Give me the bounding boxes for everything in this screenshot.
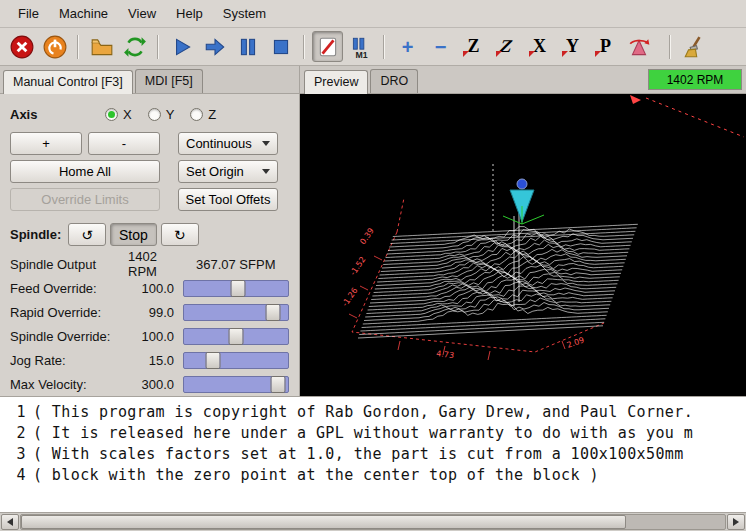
menu-view[interactable]: View [118, 1, 166, 26]
home-all-button[interactable]: Home All [10, 160, 160, 183]
skip-lines-icon [316, 35, 340, 59]
stop-button[interactable] [265, 31, 296, 62]
gcode-listing[interactable]: 1 ( This program is copyright of Rab Gor… [0, 396, 746, 512]
backplot-view[interactable]: 0.39-1.52-1.264.732.09 [300, 94, 746, 396]
step-button[interactable] [199, 31, 230, 62]
jog-rate-slider[interactable] [183, 352, 289, 369]
menu-file[interactable]: File [8, 1, 49, 26]
axis-label: Axis [10, 107, 105, 122]
spindle-rpm-value: 1402 RPM [128, 249, 188, 279]
slider-handle[interactable] [270, 376, 285, 393]
slider-handle[interactable] [206, 352, 221, 369]
view-rotated-top-button[interactable]: Z [491, 31, 522, 62]
slider-handle[interactable] [229, 328, 244, 345]
view-arrow-icon [529, 51, 535, 57]
spindle-rpm-badge: 1402 RPM [648, 69, 742, 90]
jog-mode-value: Continuous [186, 136, 252, 151]
scroll-right-button[interactable] [727, 514, 745, 530]
chevron-down-icon [262, 141, 270, 146]
spindle-override-row: Spindle Override: 100.0 [0, 324, 299, 348]
axis-radio-y[interactable]: Y [148, 107, 175, 122]
view-front-button[interactable]: Y [557, 31, 588, 62]
open-file-button[interactable] [86, 31, 117, 62]
menu-help[interactable]: Help [166, 1, 213, 26]
jog-rate-label: Jog Rate: [10, 353, 128, 368]
gcode-line[interactable]: 1 ( This program is copyright of Rab Gor… [0, 402, 746, 423]
svg-text:-1.52: -1.52 [348, 255, 367, 277]
zoom-in-button[interactable]: + [392, 31, 423, 62]
tab-dro[interactable]: DRO [370, 69, 418, 93]
run-icon [170, 35, 194, 59]
run-button[interactable] [166, 31, 197, 62]
view-perspective-button[interactable]: P [590, 31, 621, 62]
jog-plus-button[interactable]: + [10, 132, 82, 155]
line-text: ( It is released here under a GPL withou… [33, 423, 693, 444]
override-limits-button[interactable]: Override Limits [10, 188, 160, 211]
max-velocity-row: Max Velocity: 300.0 [0, 372, 299, 396]
radio-icon [190, 108, 203, 121]
machine-power-button[interactable] [39, 31, 70, 62]
line-number: 4 [0, 465, 26, 486]
zoom-out-button[interactable]: − [425, 31, 456, 62]
axis-option-label: Y [166, 107, 175, 122]
spindle-override-label: Spindle Override: [10, 329, 128, 344]
jog-minus-button[interactable]: - [88, 132, 160, 155]
manual-control-body: Axis X Y Z + - [0, 94, 299, 396]
axis-radio-x[interactable]: X [105, 107, 132, 122]
feed-override-slider[interactable] [183, 280, 289, 297]
gcode-line[interactable]: 2 ( It is released here under a GPL with… [0, 423, 746, 444]
toolbar: M1 + − Z Z X Y P [0, 28, 746, 66]
menu-system[interactable]: System [213, 1, 276, 26]
axis-option-label: Z [208, 107, 216, 122]
optional-stop-toggle[interactable]: M1 [345, 31, 376, 62]
tab-mdi[interactable]: MDI [F5] [135, 69, 203, 93]
pause-icon [236, 35, 260, 59]
spindle-reverse-button[interactable]: ↺ [68, 223, 106, 246]
view-arrow-icon [496, 51, 502, 57]
chevron-down-icon [262, 169, 270, 174]
radio-selected-icon [105, 108, 118, 121]
set-origin-button[interactable]: Set Origin [178, 160, 278, 183]
step-arrow-icon [203, 35, 227, 59]
rapid-override-slider[interactable] [183, 304, 289, 321]
scroll-left-button[interactable] [1, 514, 19, 530]
view-arrow-icon [463, 51, 469, 57]
spindle-stop-button[interactable]: Stop [110, 223, 157, 246]
slider-handle[interactable] [266, 304, 281, 321]
view-side-button[interactable]: X [524, 31, 555, 62]
set-tool-offsets-button[interactable]: Set Tool Offets [178, 188, 278, 211]
spindle-forward-button[interactable]: ↻ [161, 223, 199, 246]
rotate-view-button[interactable] [623, 31, 654, 62]
feed-override-label: Feed Override: [10, 281, 128, 296]
svg-text:M1: M1 [355, 49, 367, 58]
svg-text:-1.26: -1.26 [340, 286, 359, 308]
spindle-override-slider[interactable] [183, 328, 289, 345]
view-top-button[interactable]: Z [458, 31, 489, 62]
max-velocity-slider[interactable] [183, 376, 289, 393]
menu-machine[interactable]: Machine [49, 1, 118, 26]
stop-icon [269, 35, 293, 59]
clear-plot-button[interactable] [678, 31, 709, 62]
skip-lines-toggle[interactable] [312, 31, 343, 62]
line-text: ( block with the zero point at the cente… [33, 465, 599, 486]
gcode-line[interactable]: 3 ( With scales factors set at 1.0, the … [0, 444, 746, 465]
jog-mode-select[interactable]: Continuous [178, 132, 278, 155]
gcode-line[interactable]: 4 ( block with the zero point at the cen… [0, 465, 746, 486]
line-text: ( With scales factors set at 1.0, the pa… [33, 444, 684, 465]
pause-button[interactable] [232, 31, 263, 62]
slider-handle[interactable] [231, 280, 246, 297]
backplot-svg: 0.39-1.52-1.264.732.09 [300, 94, 745, 395]
scrollbar-thumb[interactable] [21, 515, 626, 529]
scrollbar-track[interactable] [20, 514, 726, 530]
rotate-cone-icon [627, 35, 651, 59]
left-tabbar: Manual Control [F3] MDI [F5] [0, 66, 299, 94]
view-arrow-icon [595, 51, 601, 57]
tab-manual-control[interactable]: Manual Control [F3] [3, 70, 133, 94]
open-folder-icon [90, 35, 114, 59]
axis-radio-z[interactable]: Z [190, 107, 216, 122]
feed-override-row: Feed Override: 100.0 [0, 276, 299, 300]
tab-preview[interactable]: Preview [304, 70, 368, 94]
gcode-hscrollbar[interactable] [0, 512, 746, 531]
estop-button[interactable] [6, 31, 37, 62]
reload-file-button[interactable] [119, 31, 150, 62]
